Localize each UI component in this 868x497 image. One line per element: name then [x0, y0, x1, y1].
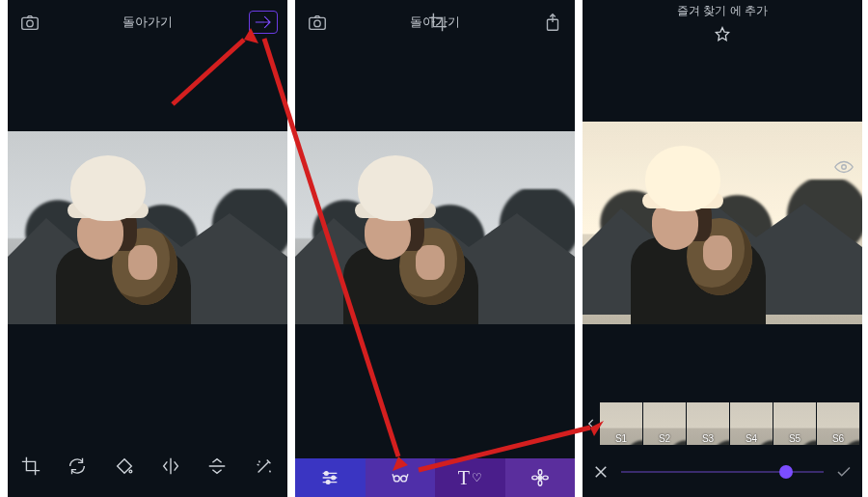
svg-marker-23: [393, 456, 408, 471]
svg-marker-25: [590, 421, 604, 436]
svg-line-20: [173, 40, 244, 104]
svg-line-22: [264, 39, 398, 456]
svg-line-24: [419, 428, 590, 470]
svg-marker-21: [244, 28, 258, 43]
annotation-arrows: [0, 0, 868, 497]
